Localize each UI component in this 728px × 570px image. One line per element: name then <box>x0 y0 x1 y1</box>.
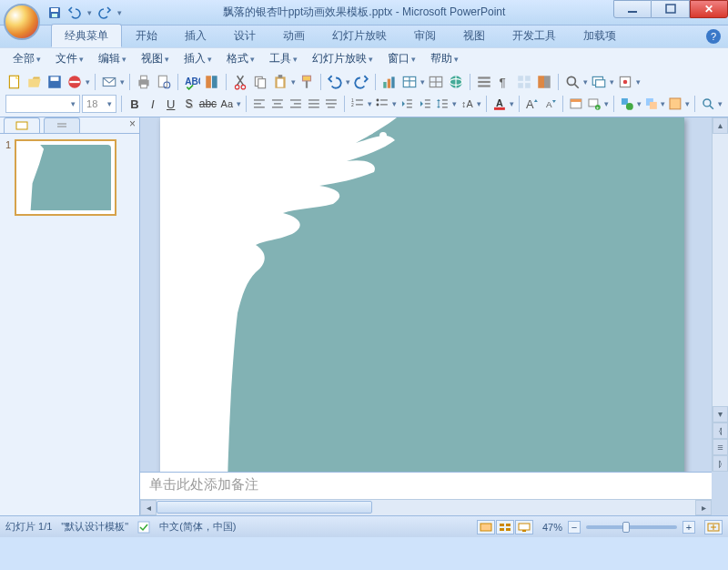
new-window-icon[interactable] <box>590 73 608 91</box>
print-preview-icon[interactable] <box>155 73 173 91</box>
menu-view[interactable]: 视图▾ <box>136 49 175 68</box>
show-formatting-icon[interactable]: ¶ <box>495 73 513 91</box>
undo-toolbar-icon[interactable] <box>326 73 344 91</box>
copy-icon[interactable] <box>251 73 269 91</box>
paste-icon[interactable] <box>271 73 289 91</box>
permission-icon[interactable] <box>66 73 84 91</box>
save-icon[interactable] <box>47 5 62 20</box>
undo-toolbar-dropdown[interactable]: ▾ <box>346 77 350 87</box>
font-color-dropdown[interactable]: ▾ <box>510 99 514 108</box>
slide-thumbnail-1[interactable]: 1 <box>5 139 134 216</box>
underline-icon[interactable]: U <box>163 95 179 113</box>
shapes-icon[interactable] <box>619 95 635 113</box>
research-icon[interactable] <box>203 73 221 91</box>
menu-edit[interactable]: 编辑▾ <box>93 49 132 68</box>
print-icon[interactable] <box>135 73 153 91</box>
minimize-button[interactable] <box>613 0 652 18</box>
zoom-combo-icon[interactable] <box>563 73 581 91</box>
slideshow-view-button[interactable] <box>515 520 533 534</box>
normal-view-button[interactable] <box>477 520 495 534</box>
close-thumbnail-pane[interactable]: × <box>129 117 136 133</box>
slide[interactable] <box>160 117 684 472</box>
cut-icon[interactable] <box>231 73 249 91</box>
thumbnails-tab-outline[interactable] <box>44 117 80 133</box>
tab-insert[interactable]: 插入 <box>171 24 220 47</box>
tab-review[interactable]: 审阅 <box>400 24 450 47</box>
undo-icon[interactable] <box>67 5 82 20</box>
arrange-dropdown[interactable]: ▾ <box>661 99 665 108</box>
align-center-icon[interactable] <box>269 95 286 113</box>
save-icon[interactable] <box>46 73 64 91</box>
line-spacing-dropdown[interactable]: ▾ <box>452 99 457 108</box>
spellcheck-status-icon[interactable] <box>137 521 150 534</box>
vertical-scrollbar[interactable]: ▴ ▾ ⦉ ≡ ⦊ <box>712 117 728 472</box>
italic-icon[interactable]: I <box>145 95 161 113</box>
zoom-level[interactable]: 47% <box>542 522 562 533</box>
bullets-icon[interactable] <box>374 95 390 113</box>
design-icon[interactable] <box>568 95 584 113</box>
distributed-icon[interactable] <box>323 95 339 113</box>
email-dropdown[interactable]: ▾ <box>120 77 125 87</box>
strikethrough-icon[interactable]: abc <box>198 95 217 113</box>
grid-icon[interactable] <box>515 73 533 91</box>
tab-animation[interactable]: 动画 <box>269 24 318 47</box>
menu-all[interactable]: 全部▾ <box>7 49 46 68</box>
scroll-right-button[interactable]: ▸ <box>695 500 712 515</box>
macros-icon[interactable] <box>616 73 634 91</box>
undo-dropdown[interactable]: ▾ <box>87 8 92 17</box>
align-left-icon[interactable] <box>251 95 268 113</box>
color-gray-icon[interactable] <box>535 73 553 91</box>
bullets-dropdown[interactable]: ▾ <box>392 99 397 108</box>
font-size-combo[interactable]: 18▾ <box>82 95 116 113</box>
insert-table-icon[interactable] <box>400 73 419 91</box>
change-case-icon[interactable]: Aa <box>218 95 235 113</box>
shapes-dropdown[interactable]: ▾ <box>637 99 642 108</box>
tab-developer[interactable]: 开发工具 <box>499 24 570 47</box>
menu-window[interactable]: 窗口▾ <box>382 49 421 68</box>
open-icon[interactable] <box>25 73 44 91</box>
justify-icon[interactable] <box>306 95 322 113</box>
zoom-dropdown[interactable]: ▾ <box>583 77 588 87</box>
tables-borders-icon[interactable] <box>427 73 445 91</box>
find-dropdown[interactable]: ▾ <box>718 99 723 108</box>
email-icon[interactable] <box>100 73 118 91</box>
increase-font-icon[interactable]: A <box>524 95 541 113</box>
maximize-button[interactable] <box>652 0 690 18</box>
line-spacing-icon[interactable] <box>434 95 450 113</box>
quick-styles-icon[interactable] <box>667 95 683 113</box>
zoom-slider[interactable] <box>586 525 677 529</box>
next-slide-button[interactable]: ⦊ <box>713 455 728 472</box>
new-slide-icon[interactable]: + <box>586 95 602 113</box>
spellcheck-icon[interactable]: ABC <box>183 73 201 91</box>
permission-dropdown[interactable]: ▾ <box>86 77 90 87</box>
prev-slide-button[interactable]: ⦉ <box>713 422 728 439</box>
numbering-icon[interactable]: 12 <box>349 95 366 113</box>
new-slide-dropdown[interactable]: ▾ <box>604 99 609 108</box>
tab-slideshow[interactable]: 幻灯片放映 <box>318 24 400 47</box>
shadow-icon[interactable]: S <box>181 95 197 113</box>
insert-table-dropdown[interactable]: ▾ <box>420 77 425 87</box>
slide-nav-menu-button[interactable]: ≡ <box>713 439 728 455</box>
insert-hyperlink-icon[interactable] <box>447 73 465 91</box>
macros-dropdown[interactable]: ▾ <box>636 77 641 87</box>
redo-toolbar-icon[interactable] <box>352 73 370 91</box>
menu-format[interactable]: 格式▾ <box>221 49 260 68</box>
menu-file[interactable]: 文件▾ <box>50 49 89 68</box>
qat-customize-dropdown[interactable]: ▾ <box>117 8 122 17</box>
format-painter-icon[interactable] <box>298 73 316 91</box>
close-button[interactable]: ✕ <box>690 0 728 18</box>
tab-design[interactable]: 设计 <box>220 24 269 47</box>
decrease-font-icon[interactable]: A <box>542 95 559 113</box>
paste-dropdown[interactable]: ▾ <box>291 77 296 87</box>
numbering-dropdown[interactable]: ▾ <box>368 99 372 108</box>
decrease-indent-icon[interactable] <box>399 95 415 113</box>
zoom-slider-thumb[interactable] <box>622 522 630 533</box>
office-button[interactable] <box>4 4 40 40</box>
menu-tools[interactable]: 工具▾ <box>264 49 303 68</box>
text-direction-dropdown[interactable]: ▾ <box>477 99 481 108</box>
menu-insert[interactable]: 插入▾ <box>178 49 217 68</box>
align-right-icon[interactable] <box>288 95 304 113</box>
slide-canvas[interactable]: ▴ ▾ ⦉ ≡ ⦊ <box>140 117 728 472</box>
sorter-view-button[interactable] <box>496 520 514 534</box>
new-icon[interactable] <box>5 73 24 91</box>
